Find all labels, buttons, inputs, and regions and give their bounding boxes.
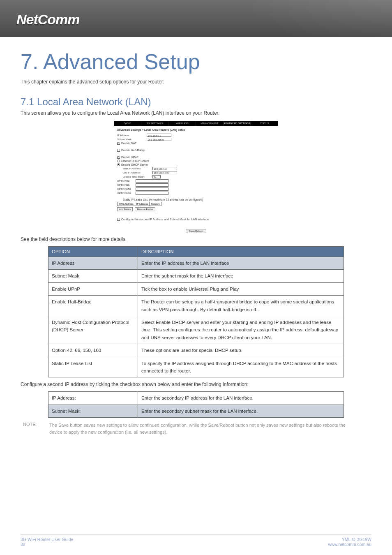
cell-mask-opt: Subnet Mask (48, 270, 138, 282)
opt42-input[interactable] (136, 179, 168, 183)
ss-heading: Advanced Settings > Local Area Network (… (117, 128, 275, 131)
save-reboot-button[interactable]: Save/Reboot (186, 229, 206, 233)
th-mac: MAC Address (118, 202, 135, 206)
cell-half-desc: The Router can be setup as a half-transp… (138, 296, 344, 316)
th-description: DESCRIPTION (138, 247, 344, 257)
tab-wireless[interactable]: WIRELESS (168, 121, 196, 126)
tab-basic[interactable]: BASIC (114, 121, 141, 126)
opt150-input[interactable] (136, 187, 168, 191)
configure-second-text: Configure a second IP address by ticking… (21, 382, 371, 387)
half-label: Enable Half-Bridge (121, 149, 145, 152)
footer-model: YML-O-3G19W (328, 537, 371, 542)
section-title: 7.1 Local Area Network (LAN) (21, 96, 371, 108)
cell2-mask-desc: Enter the secondary subnet mask for the … (138, 405, 344, 417)
cell-lease-opt: Static IP Lease List (48, 357, 138, 377)
lease-table: MAC Address IP Address Remove (117, 202, 161, 206)
cell-opts-desc: These options are used for special DHCP … (138, 344, 344, 357)
nat-label: Enable NAT (121, 142, 136, 145)
startip-label: Start IP Address: (123, 167, 152, 170)
dhcp-disable-label: Disable DHCP Server (121, 160, 149, 162)
footer-url: www.netcomm.com.au (328, 542, 371, 547)
th-remove: Remove (150, 202, 161, 206)
lease-label: Leased Time (hour): (123, 176, 152, 178)
opt150-label: OPTION150: (117, 188, 136, 190)
footer-right: YML-O-3G19W www.netcomm.com.au (328, 537, 371, 547)
intro-text: This chapter explains the advanced setup… (21, 79, 371, 85)
endip-input[interactable]: 192.168.1.254 (152, 171, 177, 174)
cell-ip-desc: Enter the IP address for the LAN interfa… (138, 257, 344, 270)
second-ip-checkbox[interactable] (117, 218, 120, 221)
cell-dhcp-opt: Dynamic Host Configuration Protocol (DHC… (48, 316, 138, 344)
opt66-input[interactable] (136, 183, 168, 187)
opt160-label: OPTION160: (117, 192, 136, 194)
option-desc-table: OPTION DESCRIPTION IP AddressEnter the I… (48, 246, 344, 377)
half-checkbox[interactable] (117, 149, 120, 152)
cell-half-opt: Enable Half-Bridge (48, 296, 138, 316)
upnp-checkbox[interactable] (117, 156, 120, 159)
opt160-input[interactable] (136, 192, 168, 195)
cell-mask-desc: Enter the subnet mask for the LAN interf… (138, 270, 344, 282)
note-text: The Save button saves new settings to al… (49, 422, 371, 435)
cell-upnp-opt: Enable UPnP (48, 282, 138, 295)
opt42-label: OPTION42: (117, 180, 136, 182)
dhcp-disable-radio[interactable] (117, 160, 120, 162)
lease-list-label: Static IP Lease List: (A maximum 32 entr… (123, 198, 275, 201)
page-footer: 3G WiFi Router User Guide 32 YML-O-3G19W… (21, 534, 371, 547)
footer-left: 3G WiFi Router User Guide 32 (21, 537, 73, 547)
footer-page: 32 (21, 542, 73, 547)
opt66-label: OPTION66: (117, 184, 136, 186)
ss-body: Advanced Settings > Local Area Network (… (114, 126, 278, 224)
ip-input[interactable]: 192.168.1.1 (147, 134, 171, 137)
lease-input[interactable]: 24 (152, 175, 161, 178)
ip-label: IP Address: (117, 134, 147, 136)
second-ip-label: Configure the second IP Address and Subn… (121, 218, 209, 221)
dhcp-enable-label: Enable DHCP Server (121, 163, 148, 166)
nat-checkbox[interactable] (117, 142, 120, 145)
endip-label: End IP Address: (123, 171, 152, 174)
startip-input[interactable]: 192.168.1.2 (152, 167, 177, 170)
th-ip: IP Address (135, 202, 149, 206)
tab-3g[interactable]: 3G SETTINGS (141, 121, 169, 126)
th-option: OPTION (48, 247, 138, 257)
mask-label: Subnet Mask: (117, 138, 147, 141)
see-fields-text: See the field descriptions below for mor… (21, 236, 371, 242)
note-row: NOTE: The Save button saves new settings… (21, 422, 371, 435)
router-screenshot: BASIC 3G SETTINGS WIRELESS MANAGEMENT AD… (114, 121, 278, 233)
brand-logo: NetComm (0, 0, 392, 28)
cell2-ip-opt: IP Address: (48, 392, 138, 405)
cell2-mask-opt: Subnet Mask: (48, 405, 138, 417)
tab-advanced[interactable]: ADVANCED SETTINGS (224, 121, 251, 126)
page-content: 7. Advanced Setup This chapter explains … (0, 37, 392, 435)
add-entries-button[interactable]: Add Entries (117, 207, 133, 211)
dhcp-enable-radio[interactable] (117, 163, 120, 166)
cell2-ip-desc: Enter the secondary IP address for the L… (138, 392, 344, 405)
section-intro: This screen allows you to configure the … (21, 110, 371, 116)
ss-tabs: BASIC 3G SETTINGS WIRELESS MANAGEMENT AD… (114, 121, 278, 126)
cell-lease-desc: To specify the IP address assigned throu… (138, 357, 344, 377)
tab-management[interactable]: MANAGEMENT (196, 121, 224, 126)
cell-ip-opt: IP Address (48, 257, 138, 270)
cell-dhcp-desc: Select Enable DHCP server and enter your… (138, 316, 344, 344)
tab-status[interactable]: STATUS (251, 121, 278, 126)
mask-input[interactable]: 255.255.255.0 (147, 138, 171, 141)
cell-opts-opt: Option 42, 66, 150, 160 (48, 344, 138, 357)
top-banner: NetComm (0, 0, 392, 37)
footer-guide: 3G WiFi Router User Guide (21, 537, 73, 542)
note-label: NOTE: (21, 422, 49, 435)
cell-upnp-desc: Tick the box to enable Universal Plug an… (138, 282, 344, 295)
remove-entries-button[interactable]: Remove Entries (135, 207, 155, 211)
upnp-label: Enable UPnP (121, 156, 138, 159)
second-ip-table: IP Address:Enter the secondary IP addres… (48, 391, 344, 418)
page-title: 7. Advanced Setup (21, 49, 371, 74)
